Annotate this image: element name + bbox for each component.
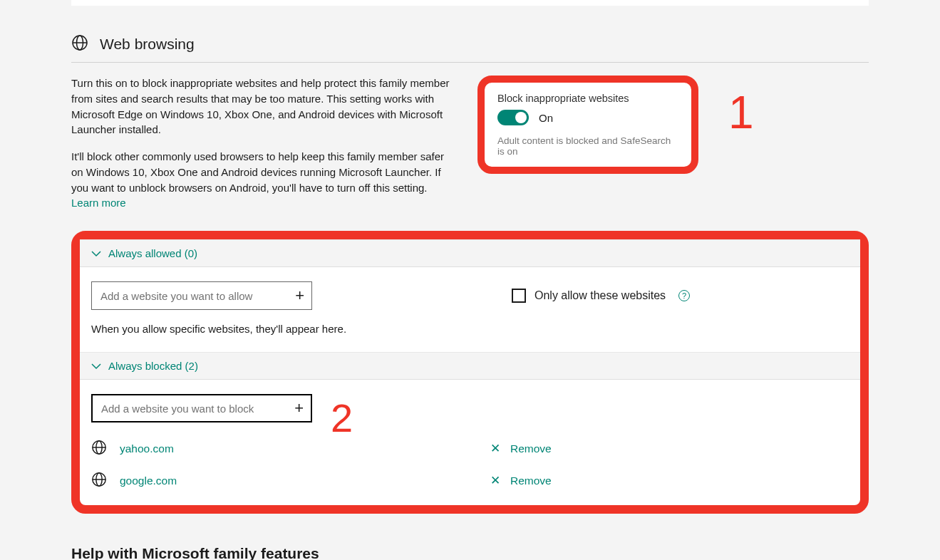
- intro-p2: It'll block other commonly used browsers…: [71, 149, 456, 211]
- annotation-2: 2: [331, 395, 353, 441]
- globe-icon: [91, 440, 107, 457]
- blocked-site-row: google.com ✕ Remove: [91, 465, 849, 497]
- intro-p1: Turn this on to block inappropriate webs…: [71, 76, 456, 138]
- remove-button[interactable]: Remove: [510, 475, 552, 487]
- block-card-title: Block inappropriate websites: [497, 93, 678, 104]
- chevron-down-icon: [91, 361, 101, 373]
- help-icon[interactable]: ?: [678, 290, 690, 301]
- add-block-input[interactable]: Add a website you want to block +: [91, 394, 312, 422]
- remove-button[interactable]: Remove: [510, 442, 552, 455]
- plus-icon[interactable]: +: [295, 286, 304, 305]
- learn-more-link[interactable]: Learn more: [71, 197, 126, 209]
- always-blocked-label: Always blocked (2): [108, 360, 198, 372]
- globe-icon: [91, 472, 107, 489]
- blocked-site-row: yahoo.com ✕ Remove: [91, 432, 849, 465]
- block-card-desc: Adult content is blocked and SafeSearch …: [497, 135, 678, 157]
- add-block-placeholder: Add a website you want to block: [101, 403, 254, 415]
- help-heading: Help with Microsoft family features: [71, 545, 869, 560]
- section-title: Web browsing: [100, 36, 195, 53]
- website-lists-panel: 2 Always allowed (0) Add a website you w…: [71, 231, 869, 514]
- always-allowed-header[interactable]: Always allowed (0): [80, 239, 860, 267]
- chevron-down-icon: [91, 249, 101, 260]
- previous-card-edge: [71, 0, 869, 6]
- only-allow-checkbox[interactable]: [512, 289, 526, 303]
- blocked-site-url[interactable]: google.com: [120, 475, 177, 487]
- always-allowed-label: Always allowed (0): [108, 247, 197, 259]
- intro-text: Turn this on to block inappropriate webs…: [71, 76, 456, 222]
- always-blocked-header[interactable]: Always blocked (2): [80, 352, 860, 380]
- web-browsing-header: Web browsing: [71, 34, 869, 63]
- block-toggle-state: On: [539, 112, 553, 124]
- block-toggle[interactable]: [497, 110, 529, 125]
- blocked-site-url[interactable]: yahoo.com: [120, 442, 174, 455]
- add-allow-input[interactable]: Add a website you want to allow +: [91, 281, 312, 310]
- add-allow-placeholder: Add a website you want to allow: [100, 290, 252, 302]
- close-icon[interactable]: ✕: [490, 473, 500, 488]
- block-websites-card: Block inappropriate websites On Adult co…: [477, 76, 698, 174]
- only-allow-label: Only allow these websites: [534, 289, 666, 302]
- globe-icon: [71, 34, 88, 53]
- plus-icon[interactable]: +: [294, 399, 304, 418]
- allowed-hint: When you allow specific websites, they'l…: [91, 323, 849, 335]
- annotation-1: 1: [728, 90, 754, 135]
- close-icon[interactable]: ✕: [490, 441, 500, 456]
